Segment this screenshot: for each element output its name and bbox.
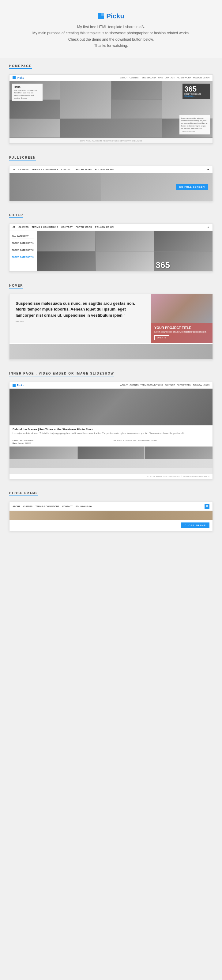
cf-nav-contact[interactable]: CONTACT <box>62 505 73 508</box>
innerpage-logo-text: Picku <box>17 384 24 387</box>
homepage-nav-logo-icon <box>13 76 16 79</box>
nav-contact[interactable]: CONTACT <box>165 76 175 79</box>
hover-browser: Suspendisse malesuada cus nunc, eu sagit… <box>9 294 213 360</box>
nav-filter[interactable]: FILTER WORK <box>177 76 191 79</box>
detail1-label: Client: <box>13 439 18 441</box>
innerpage-nav-links: ABOUT CLIENTS TERMS&CONDITIONS CONTACT F… <box>121 384 209 386</box>
closeframe-nav: ABOUT CLIENTS TERMS & CONDITIONS CONTACT… <box>10 502 212 511</box>
main-logo-icon <box>98 13 104 19</box>
overlay-counting: Counting... <box>184 95 208 97</box>
innerpage-detail-col1: Client: Client Name Here Date: January 0… <box>13 439 109 445</box>
innerpage-detail-area: Client: Client Name Here Date: January 0… <box>10 438 212 447</box>
hover-project-desc: Lorem ipsum dolor sit amet, consectetur … <box>154 331 209 334</box>
close-x-button[interactable]: ✕ <box>205 504 209 509</box>
hover-section: HOVER Suspendisse malesuada cus nunc, eu… <box>0 278 222 360</box>
fullscreen-browser: JT CLIENTS TERMS & CONDITIONS CONTACT FI… <box>9 166 213 201</box>
open-btn-label: OPEN <box>157 337 163 339</box>
filter-photo-grid: 365 <box>37 231 212 271</box>
nav-terms[interactable]: TERMS&CONDITIONS <box>141 76 163 79</box>
main-logo-area: Picku <box>6 12 216 20</box>
inner-nav-about[interactable]: ABOUT <box>121 384 128 386</box>
fs-nav-jt[interactable]: JT <box>13 169 15 170</box>
fs-nav-follow[interactable]: FOLLOW US ON <box>95 169 114 170</box>
closeframe-section: CLOSE FRAME ABOUT CLIENTS TERMS & CONDIT… <box>0 485 222 531</box>
inner-nav-filter[interactable]: FILTER WORK <box>177 384 191 386</box>
header-description: My first free HTML template I share in d… <box>6 24 216 49</box>
homepage-nav-logo-text: Picku <box>17 76 24 79</box>
overlay-number: 365 <box>184 86 208 93</box>
tagline-2: My main purpose of creating this templat… <box>6 30 216 36</box>
innerpage-detail-col2: Title: Trying To Give You This (The Down… <box>113 439 210 445</box>
cf-nav-about[interactable]: ABOUT <box>13 505 20 508</box>
cf-nav-follow[interactable]: FOLLOW US ON <box>76 505 92 508</box>
filter-nav-jt[interactable]: JT <box>13 226 15 228</box>
hover-bottom-strip <box>10 344 212 359</box>
innerpage-label: INNER PAGE : VIDEO EMBED OR IMAGE SLIDES… <box>9 372 114 376</box>
cf-nav-clients[interactable]: CLIENTS <box>23 505 32 508</box>
homepage-nav: Picku ABOUT CLIENTS TERMS&CONDITIONS CON… <box>10 75 212 81</box>
fs-nav-filter[interactable]: FILTER WORK <box>76 169 92 170</box>
innerpage-browser: Picku ABOUT CLIENTS TERMS&CONDITIONS CON… <box>9 382 213 480</box>
closeframe-image-strip <box>10 511 212 520</box>
inner-nav-contact[interactable]: CONTACT <box>165 384 175 386</box>
closeframe-title-bar: CLOSE FRAME <box>0 488 222 499</box>
hello-box: Hello Welcome to my portfolio. I'm John … <box>12 84 43 101</box>
detail1-val: Client Name Here <box>19 439 33 441</box>
nav-about[interactable]: ABOUT <box>121 76 128 79</box>
filter-title-bar: FILTER <box>0 210 222 221</box>
filter-nav-contact[interactable]: CONTACT <box>61 226 73 228</box>
inner-nav-clients[interactable]: CLIENTS <box>130 384 139 386</box>
fullscreen-title-bar: FULLSCREEN <box>0 153 222 163</box>
homepage-title-bar: HOMEPAGE <box>0 61 222 72</box>
photo-cell-2 <box>60 81 111 119</box>
filter-nav-follow[interactable]: FOLLOW US ON <box>95 226 114 228</box>
go-fullscreen-button[interactable]: GO FULL SCREEN <box>176 184 208 190</box>
photo-cell-5 <box>10 100 60 119</box>
filter-cat-2[interactable]: FILTER CATEGORY 2 <box>12 247 34 253</box>
bottom-spacer <box>0 537 222 549</box>
filter-cat-1[interactable]: FILTER CATEGORY 1 <box>12 240 34 246</box>
inner-thumb-3 <box>145 447 212 459</box>
close-frame-button[interactable]: CLOSE FRAME <box>181 522 209 528</box>
inner-image-bg <box>10 389 212 425</box>
inner-nav-terms[interactable]: TERMS&CONDITIONS <box>141 384 163 386</box>
photo-cell-7 <box>10 119 60 137</box>
innerpage-section: INNER PAGE : VIDEO EMBED OR IMAGE SLIDES… <box>0 366 222 480</box>
header: Picku My first free HTML template I shar… <box>0 0 222 58</box>
nav-follow[interactable]: FOLLOW US ON <box>193 76 209 79</box>
filter-number-365: 365 <box>154 259 171 271</box>
nav-clients[interactable]: CLIENTS <box>130 76 139 79</box>
innerpage-nav: Picku ABOUT CLIENTS TERMS&CONDITIONS CON… <box>10 382 212 389</box>
filter-cat-3[interactable]: FILTER CATEGORY 3 <box>12 255 34 260</box>
fs-nav-terms[interactable]: TERMS & CONDITIONS <box>32 169 58 170</box>
detail2-label: Date: <box>13 442 17 444</box>
hello-title: Hello <box>14 86 41 89</box>
lorem-box: Lorem ipsum dolor sit amet, consectetur … <box>179 115 210 134</box>
cf-nav-terms[interactable]: TERMS & CONDITIONS <box>35 505 59 508</box>
fs-nav-clients[interactable]: CLIENTS <box>18 169 29 170</box>
innerpage-gray-strip-1 <box>10 459 212 468</box>
filter-photo-1 <box>37 231 95 251</box>
filter-photo-5 <box>96 251 154 271</box>
filter-nav-clients[interactable]: CLIENTS <box>18 226 29 228</box>
innerpage-thumb-strip <box>10 447 212 459</box>
fullscreen-label: FULLSCREEN <box>9 156 36 161</box>
overlay-number-box: 365 Happy Clicks and Counting... <box>182 84 210 99</box>
hover-main-text: Suspendisse malesuada cus nunc, eu sagit… <box>16 301 145 318</box>
filter-browser: JT CLIENTS TERMS & CONDITIONS CONTACT FI… <box>9 224 213 272</box>
hover-project-overlay: YOUR PROJECT TITLE Lorem ipsum dolor sit… <box>151 323 212 343</box>
filter-all-category[interactable]: ALL CATEGORY <box>12 233 34 239</box>
photo-cell-8 <box>60 119 162 137</box>
hover-title-bar: HOVER <box>0 281 222 291</box>
filter-nav-icon: ✦ <box>207 226 209 229</box>
homepage-section: HOMEPAGE Picku ABOUT CLIENTS TERMS&CONDI… <box>0 58 222 144</box>
filter-nav-filter[interactable]: FILTER WORK <box>76 226 92 228</box>
filter-nav-terms[interactable]: TERMS & CONDITIONS <box>32 226 58 228</box>
hover-open-button[interactable]: OPEN ⊕ <box>154 335 169 340</box>
innerpage-main-image <box>10 389 212 425</box>
innerpage-caption-desc: Lorem ipsum dolor sit amet. This is the … <box>13 432 209 435</box>
filter-photo-4 <box>37 251 95 271</box>
innerpage-nav-logo: Picku <box>13 384 24 387</box>
inner-nav-follow[interactable]: FOLLOW US ON <box>193 384 209 386</box>
fs-nav-contact[interactable]: CONTACT <box>61 169 73 170</box>
